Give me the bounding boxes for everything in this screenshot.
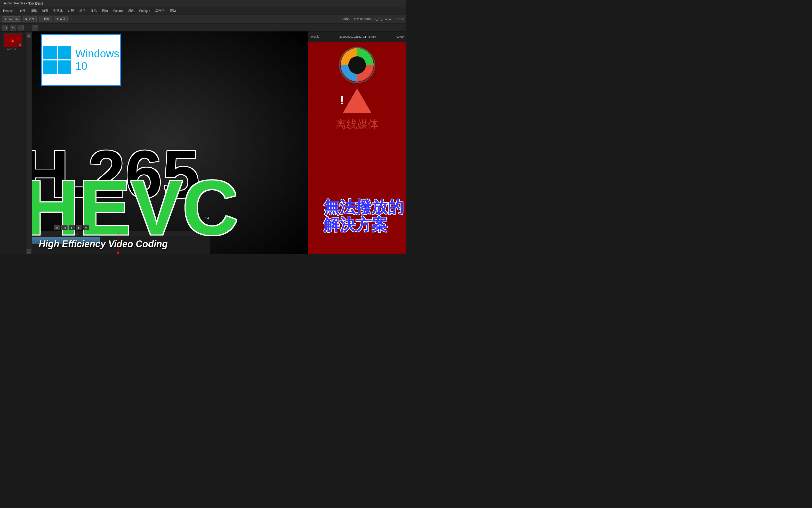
zoom-button[interactable]: % xyxy=(27,34,31,38)
effects-label: 效果 xyxy=(60,17,65,21)
exclamation-mark: ! xyxy=(340,93,344,107)
menu-mark[interactable]: 标记 xyxy=(78,8,87,13)
media-thumbnail[interactable]: ▲ ◻ xyxy=(4,34,22,47)
win-tile-4 xyxy=(58,60,71,74)
speaker-button[interactable]: ♪ xyxy=(27,250,31,254)
davinci-logo-svg xyxy=(339,47,375,83)
app-title: DaVinci Resolve - 未命名项目 xyxy=(3,1,43,6)
transcode-button[interactable]: ▶ 转换 xyxy=(23,16,37,22)
sync-bin-label: Sync Bin xyxy=(8,17,19,20)
nav-chevron-left[interactable]: ‹ ● xyxy=(205,216,209,220)
windows-logo xyxy=(43,46,71,74)
title-icon: T xyxy=(41,17,43,20)
menu-display[interactable]: 显示 xyxy=(90,8,98,13)
list-button[interactable]: ≡ xyxy=(10,25,16,31)
hevc-text: HEVC xyxy=(26,169,238,246)
menu-color[interactable]: 调色 xyxy=(127,8,135,13)
step-back-button[interactable]: ◀ xyxy=(61,225,67,230)
apps-button[interactable]: ⠿ xyxy=(32,25,38,31)
right-header: 未命名 20200620102152_31_H.mp4 00:00 xyxy=(308,32,406,42)
sync-icon: ⟳ xyxy=(4,17,7,20)
warning-triangle-container: ! xyxy=(343,88,371,113)
play-button[interactable]: ▶ xyxy=(68,225,75,230)
right-project-name: 未命名 xyxy=(311,35,319,39)
menu-file[interactable]: 文件 xyxy=(18,8,27,13)
rewind-button[interactable]: ⏮ xyxy=(54,225,60,230)
media-pool-panel: ▲ ◻ 0102152... xyxy=(0,32,26,254)
win-tile-2 xyxy=(58,46,71,59)
solution-line2: 解決方案 xyxy=(324,216,403,234)
thumb-label: 0102152... xyxy=(3,48,23,51)
title-bar: DaVinci Resolve - 未命名项目 xyxy=(0,0,406,7)
davinci-logo-area xyxy=(308,42,406,83)
playback-controls: ⏮ ◀ ▶ ▶ ⏭ xyxy=(54,225,89,230)
effects-button[interactable]: ✦ 效果 xyxy=(54,16,67,22)
refresh-button[interactable]: ↺ xyxy=(17,25,24,31)
project-name: 未命名 xyxy=(341,17,350,21)
right-file-name: 20200620102152_31_H.mp4 xyxy=(339,35,376,38)
svg-point-1 xyxy=(348,56,366,74)
toolbar: ⟳ Sync Bin ▶ 转换 T 标题 ✦ 效果 未命名 2020062010… xyxy=(0,14,406,24)
transcode-icon: ▶ xyxy=(26,17,28,20)
menu-bar: Resolve 文件 编辑 修剪 时间线 片段 标记 显示 播放 Fusion … xyxy=(0,7,406,14)
title-label: 标题 xyxy=(44,17,50,21)
title-button[interactable]: T 标题 xyxy=(39,16,52,22)
menu-trim[interactable]: 修剪 xyxy=(41,8,49,13)
hevc-subtitle: High Efficiency Video Coding xyxy=(39,239,168,250)
transcode-label: 转换 xyxy=(29,17,34,21)
menu-clip[interactable]: 片段 xyxy=(67,8,75,13)
file-name: 20200620102152_31_H.mp4 xyxy=(354,17,391,20)
menu-fusion[interactable]: Fusion xyxy=(112,8,124,13)
fast-fwd-button[interactable]: ⏭ xyxy=(83,225,89,230)
menu-playback[interactable]: 播放 xyxy=(101,8,109,13)
menu-timeline[interactable]: 时间线 xyxy=(52,8,64,13)
windows10-box: Windows 10 xyxy=(41,34,121,86)
warning-area: ! 离线媒体 xyxy=(308,83,406,131)
win-tile-3 xyxy=(43,60,57,74)
davinci-logo xyxy=(339,47,375,83)
offline-media-text: 离线媒体 xyxy=(335,117,379,131)
playhead-marker xyxy=(116,252,119,254)
menu-workspace[interactable]: 工作区 xyxy=(154,8,165,13)
effects-icon: ✦ xyxy=(56,17,58,20)
menu-resolve[interactable]: Resolve xyxy=(2,8,15,13)
menu-edit[interactable]: 编辑 xyxy=(30,8,38,13)
right-timecode: 00:00 xyxy=(396,35,403,38)
right-panel: 未命名 20200620102152_31_H.mp4 00:00 xyxy=(308,32,406,254)
step-fwd-button[interactable]: ▶ xyxy=(76,225,82,230)
solution-line1: 無法撥放的 xyxy=(324,198,403,216)
win-tile-1 xyxy=(43,46,57,59)
main-area: ▲ ◻ 0102152... % ♪ Windows 10 xyxy=(0,32,406,254)
timecode: 00:00 xyxy=(397,17,404,20)
menu-fairlight[interactable]: Fairlight xyxy=(138,8,151,13)
second-toolbar: ⋮⋮ ≡ ↺ ⠿ xyxy=(0,24,406,32)
menu-help[interactable]: 帮助 xyxy=(169,8,177,13)
playhead xyxy=(118,231,118,254)
win10-label: Windows 10 xyxy=(75,47,119,72)
left-vertical-toolbar: % ♪ xyxy=(26,32,32,254)
warning-triangle xyxy=(343,88,371,113)
content-area: Windows 10 H.265 HEVC High Efficiency Vi… xyxy=(26,32,308,254)
solution-text: 無法撥放的 解決方案 xyxy=(324,198,403,234)
sync-bin-button[interactable]: ⟳ Sync Bin xyxy=(2,16,21,22)
grid-button[interactable]: ⋮⋮ xyxy=(2,25,8,31)
